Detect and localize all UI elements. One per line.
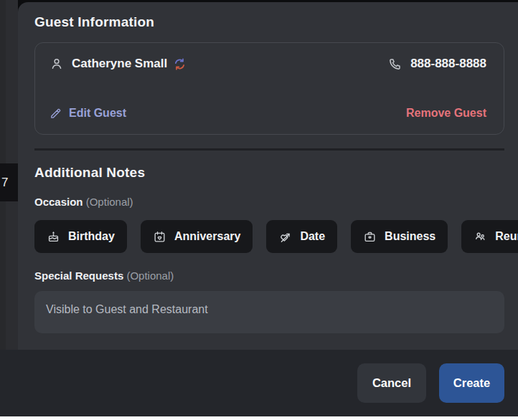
special-requests-input[interactable] <box>34 291 504 333</box>
dialog-footer: Cancel Create <box>0 350 518 416</box>
special-requests-optional-label: (Optional) <box>126 269 174 282</box>
special-requests-label: Special Requests (Optional) <box>34 269 504 282</box>
occasion-date-button[interactable]: Date <box>266 220 337 253</box>
edit-guest-button[interactable]: Edit Guest <box>50 107 126 120</box>
time-label-text: 7 <box>1 176 8 190</box>
occasion-anniversary-button[interactable]: Anniversary <box>141 220 253 253</box>
guest-card: Catheryne Small <box>34 42 504 135</box>
person-icon <box>50 57 64 71</box>
edit-guest-label: Edit Guest <box>69 107 126 120</box>
occasion-anniversary-label: Anniversary <box>174 230 241 243</box>
occasion-reunion-label: Reunion <box>495 230 518 243</box>
screen-bottom-edge <box>0 416 518 420</box>
guest-information-title: Guest Information <box>34 14 504 30</box>
guest-name-group: Catheryne Small <box>50 57 186 71</box>
timeline-time-label: 7 <box>0 163 18 201</box>
occasion-date-label: Date <box>300 230 325 243</box>
phone-icon <box>388 57 402 71</box>
pencil-icon <box>50 108 62 120</box>
create-button[interactable]: Create <box>439 363 504 403</box>
cake-icon <box>47 230 60 244</box>
guest-phone-group: 888-888-8888 <box>388 57 486 71</box>
occasion-label: Occasion (Optional) <box>34 196 504 208</box>
cancel-button[interactable]: Cancel <box>357 363 426 403</box>
occasion-optional-label: (Optional) <box>86 196 133 208</box>
heart-arrow-icon <box>278 230 292 244</box>
calendar-heart-icon <box>153 230 166 244</box>
occasion-options-row: Birthday Anniversary <box>34 220 504 253</box>
occasion-business-label: Business <box>385 230 435 243</box>
guest-name: Catheryne Small <box>72 57 167 71</box>
occasion-birthday-label: Birthday <box>68 230 115 243</box>
guest-phone-number: 888-888-8888 <box>410 57 486 71</box>
additional-notes-title: Additional Notes <box>34 165 504 181</box>
additional-notes-section: Additional Notes Occasion (Optional) Bir… <box>18 151 518 333</box>
guest-card-top-row: Catheryne Small <box>50 57 486 71</box>
briefcase-icon <box>363 230 377 244</box>
guest-information-section: Guest Information Catheryne Small <box>18 2 518 151</box>
occasion-business-button[interactable]: Business <box>351 220 448 253</box>
people-icon <box>474 230 487 244</box>
remove-guest-button[interactable]: Remove Guest <box>406 107 486 120</box>
loyalty-sync-icon <box>174 58 186 70</box>
guest-card-bottom-row: Edit Guest Remove Guest <box>50 107 486 120</box>
occasion-birthday-button[interactable]: Birthday <box>34 220 127 253</box>
occasion-reunion-button[interactable]: Reunion <box>461 220 518 253</box>
